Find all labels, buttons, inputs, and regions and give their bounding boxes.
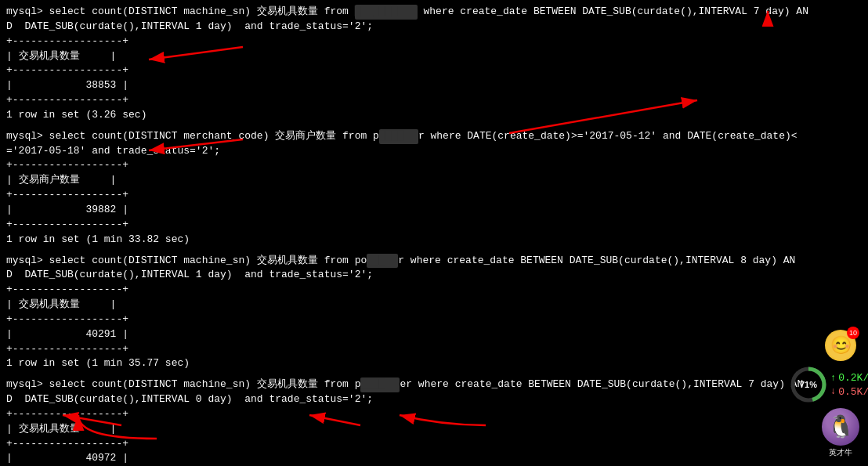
line-4: | 交易机具数量 |: [6, 49, 805, 64]
line-2: D DATE_SUB(curdate(),INTERVAL 1 day) and…: [6, 20, 805, 34]
traffic-widget: 71% ↑ 0.2K/s + ↓ 0.5K/s: [790, 366, 868, 403]
line-7: +------------------+: [6, 93, 805, 108]
line-17: 1 row in set (1 min 33.82 sec): [6, 233, 805, 247]
line-1: mysql> select count(DISTINCT machine_sn)…: [6, 5, 805, 20]
traffic-circle: 71%: [790, 366, 827, 403]
line-14: +------------------+: [6, 188, 805, 203]
line-31: | 交易机具数量 |: [6, 422, 805, 437]
terminal: mysql> select count(DISTINCT machine_sn)…: [0, 0, 868, 466]
terminal-content: mysql> select count(DISTINCT machine_sn)…: [6, 5, 805, 466]
line-28: mysql> select count(DISTINCT machine_sn)…: [6, 377, 805, 392]
line-8: 1 row in set (3.26 sec): [6, 108, 805, 123]
sidebar: 😊 10 71% ↑ 0.2K/s + ↓ 0.5K/s: [813, 0, 868, 466]
line-3: +------------------+: [6, 34, 805, 49]
line-29: D DATE_SUB(curdate(),INTERVAL 0 day) and…: [6, 392, 805, 407]
traffic-pct: 71%: [800, 380, 817, 389]
arrow-dn-icon: ↓: [830, 386, 836, 397]
avatar: 🐧: [822, 408, 859, 446]
line-25: +------------------+: [6, 342, 805, 357]
avatar-widget[interactable]: 🐧 英才牛: [822, 408, 859, 458]
blank-1: [6, 123, 805, 129]
blank-2: [6, 247, 805, 254]
line-12: +------------------+: [6, 158, 805, 173]
line-32: +------------------+: [6, 437, 805, 452]
traffic-speeds: ↑ 0.2K/s + ↓ 0.5K/s: [830, 372, 868, 398]
line-10: mysql> select count(DISTINCT merchant_co…: [6, 129, 805, 144]
smiley-badge: 10: [847, 327, 859, 339]
line-5: +------------------+: [6, 63, 805, 78]
arrow-up-icon: ↑: [830, 373, 836, 384]
traffic-up-value: 0.2K/s: [838, 372, 868, 384]
line-20: D DATE_SUB(curdate(),INTERVAL 1 day) and…: [6, 268, 805, 283]
line-30: +------------------+: [6, 407, 805, 422]
line-16: +------------------+: [6, 218, 805, 233]
traffic-up-row: ↑ 0.2K/s +: [830, 372, 868, 385]
traffic-dn-value: 0.5K/s: [838, 386, 868, 398]
line-23: +------------------+: [6, 312, 805, 327]
line-33: | 40972 |: [6, 451, 805, 466]
line-26: 1 row in set (1 min 35.77 sec): [6, 356, 805, 371]
line-13: | 交易商户数量 |: [6, 173, 805, 188]
line-11: ='2017-05-18' and trade_status='2';: [6, 144, 805, 159]
traffic-dn-row: ↓ 0.5K/s: [830, 386, 868, 398]
line-21: +------------------+: [6, 283, 805, 298]
line-6: | 38853 |: [6, 78, 805, 93]
line-24: | 40291 |: [6, 327, 805, 342]
avatar-label: 英才牛: [829, 447, 852, 458]
blank-3: [6, 371, 805, 377]
line-22: | 交易机具数量 |: [6, 298, 805, 312]
smiley-widget: 😊 10: [825, 330, 856, 361]
line-15: | 39882 |: [6, 203, 805, 218]
line-19: mysql> select count(DISTINCT machine_sn)…: [6, 254, 805, 269]
